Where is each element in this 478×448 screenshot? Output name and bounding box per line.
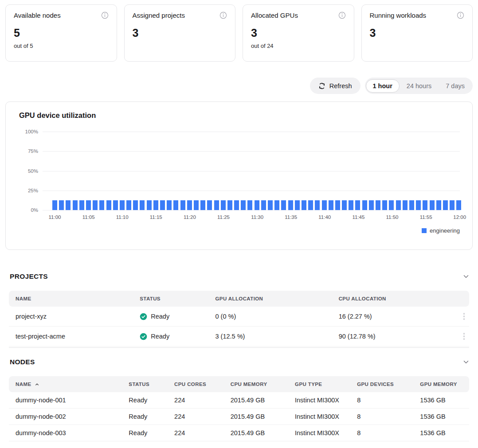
- utilization-bar[interactable]: [113, 200, 118, 210]
- utilization-bar[interactable]: [443, 200, 448, 210]
- utilization-bar[interactable]: [153, 200, 158, 210]
- y-axis-tick-label: 100%: [25, 129, 38, 134]
- column-header-status[interactable]: STATUS: [133, 296, 208, 301]
- utilization-bar[interactable]: [255, 200, 259, 210]
- utilization-bar[interactable]: [167, 200, 172, 210]
- utilization-bar[interactable]: [396, 200, 401, 210]
- time-range-selector: 1 hour 24 hours 7 days: [365, 78, 473, 94]
- table-row-test-project-acme[interactable]: test-project-acme Ready 3 (12.5 %) 90 (1…: [9, 327, 469, 347]
- utilization-bar[interactable]: [147, 200, 152, 210]
- utilization-bar[interactable]: [187, 200, 192, 210]
- utilization-bar[interactable]: [73, 200, 78, 210]
- node-cpu-cores: 224: [168, 413, 224, 420]
- utilization-bar[interactable]: [355, 200, 360, 210]
- utilization-bar[interactable]: [160, 200, 165, 210]
- node-cpu-memory: 2015.49 GB: [224, 429, 288, 436]
- utilization-bar[interactable]: [362, 200, 367, 210]
- utilization-bar[interactable]: [120, 200, 125, 210]
- time-option-1-hour[interactable]: 1 hour: [366, 79, 400, 93]
- utilization-bar[interactable]: [133, 200, 138, 210]
- utilization-bar[interactable]: [389, 200, 394, 210]
- utilization-bar[interactable]: [221, 200, 226, 210]
- utilization-bar[interactable]: [450, 200, 454, 210]
- utilization-bar[interactable]: [376, 200, 380, 210]
- utilization-bar[interactable]: [140, 200, 145, 210]
- table-row-dummy-node-003[interactable]: dummy-node-003 Ready 224 2015.49 GB Inst…: [9, 425, 469, 441]
- column-header-name[interactable]: NAME: [9, 296, 133, 301]
- utilization-bar[interactable]: [180, 200, 185, 210]
- utilization-bar[interactable]: [52, 200, 57, 210]
- column-header-gpu-type[interactable]: GPU TYPE: [288, 382, 350, 387]
- chevron-down-icon[interactable]: [462, 358, 470, 366]
- utilization-bar[interactable]: [268, 200, 273, 210]
- utilization-bar[interactable]: [423, 200, 427, 210]
- time-option-7-days[interactable]: 7 days: [439, 79, 472, 93]
- utilization-bar[interactable]: [261, 200, 266, 210]
- table-row-dummy-node-002[interactable]: dummy-node-002 Ready 224 2015.49 GB Inst…: [9, 409, 469, 425]
- row-actions-menu-icon[interactable]: [462, 331, 467, 342]
- utilization-bar[interactable]: [106, 200, 111, 210]
- utilization-bar[interactable]: [214, 200, 219, 210]
- utilization-bar[interactable]: [247, 200, 252, 210]
- utilization-bar[interactable]: [227, 200, 232, 210]
- utilization-bar[interactable]: [369, 200, 374, 210]
- info-icon[interactable]: [457, 12, 464, 19]
- project-gpu-allocation: 3 (12.5 %): [208, 333, 332, 340]
- project-gpu-allocation: 0 (0 %): [208, 313, 332, 320]
- time-option-24-hours[interactable]: 24 hours: [400, 79, 439, 93]
- utilization-bar[interactable]: [349, 200, 353, 210]
- utilization-bar[interactable]: [241, 200, 246, 210]
- utilization-bar[interactable]: [194, 200, 199, 210]
- table-row-dummy-node-001[interactable]: dummy-node-001 Ready 224 2015.49 GB Inst…: [9, 392, 469, 409]
- utilization-bar[interactable]: [416, 200, 421, 210]
- column-header-gpu-allocation[interactable]: GPU ALLOCATION: [208, 296, 332, 301]
- utilization-bar[interactable]: [86, 200, 91, 210]
- row-actions-menu-icon[interactable]: [462, 311, 467, 322]
- utilization-bar[interactable]: [126, 200, 131, 210]
- utilization-bar[interactable]: [335, 200, 340, 210]
- utilization-bar[interactable]: [342, 200, 347, 210]
- column-header-gpu-devices[interactable]: GPU DEVICES: [350, 382, 413, 387]
- column-header-cpu-allocation[interactable]: CPU ALLOCATION: [332, 296, 453, 301]
- table-row-project-xyz[interactable]: project-xyz Ready 0 (0 %) 16 (2.27 %): [9, 307, 469, 327]
- x-axis-tick-label: 11:45: [352, 214, 364, 220]
- utilization-bar[interactable]: [93, 200, 98, 210]
- utilization-bar[interactable]: [281, 200, 286, 210]
- utilization-bar[interactable]: [456, 200, 461, 210]
- column-header-cpu-cores[interactable]: CPU CORES: [168, 382, 224, 387]
- info-icon[interactable]: [338, 12, 346, 19]
- utilization-bar[interactable]: [382, 200, 387, 210]
- card-subtext: [133, 43, 227, 49]
- utilization-bar[interactable]: [436, 200, 441, 210]
- utilization-bar[interactable]: [59, 200, 64, 210]
- chevron-down-icon[interactable]: [462, 273, 470, 280]
- utilization-bar[interactable]: [295, 200, 300, 210]
- utilization-bar[interactable]: [288, 200, 293, 210]
- column-header-name[interactable]: NAME: [9, 382, 122, 387]
- utilization-bar[interactable]: [207, 200, 212, 210]
- utilization-bar[interactable]: [99, 200, 104, 210]
- column-header-gpu-memory[interactable]: GPU MEMORY: [413, 382, 469, 387]
- column-header-cpu-memory[interactable]: CPU MEMORY: [224, 382, 288, 387]
- utilization-bar[interactable]: [430, 200, 435, 210]
- utilization-bar[interactable]: [315, 200, 320, 210]
- utilization-bar[interactable]: [409, 200, 414, 210]
- utilization-bar[interactable]: [403, 200, 407, 210]
- info-icon[interactable]: [219, 12, 227, 19]
- card-value: 3: [251, 27, 346, 39]
- node-cpu-memory: 2015.49 GB: [224, 413, 288, 420]
- utilization-bar[interactable]: [234, 200, 239, 210]
- nodes-table-header: NAME STATUS CPU CORES CPU MEMORY GPU TYP…: [9, 376, 469, 392]
- column-header-status[interactable]: STATUS: [122, 382, 168, 387]
- utilization-bar[interactable]: [200, 200, 205, 210]
- utilization-bar[interactable]: [322, 200, 327, 210]
- utilization-bar[interactable]: [66, 200, 71, 210]
- utilization-bar[interactable]: [274, 200, 279, 210]
- info-icon[interactable]: [101, 12, 109, 19]
- utilization-bar[interactable]: [329, 200, 333, 210]
- refresh-button[interactable]: Refresh: [310, 78, 360, 94]
- utilization-bar[interactable]: [79, 200, 84, 210]
- utilization-bar[interactable]: [173, 200, 178, 210]
- utilization-bar[interactable]: [302, 200, 306, 210]
- utilization-bar[interactable]: [308, 200, 313, 210]
